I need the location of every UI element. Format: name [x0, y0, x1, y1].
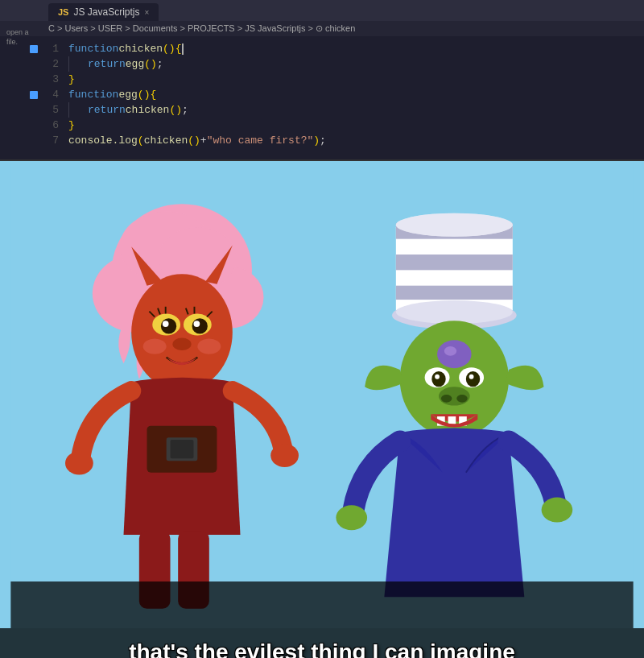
editor-tab[interactable]: JS JS JavaScriptjs × [48, 3, 159, 21]
paren-1: () [163, 41, 175, 56]
indicator-6 [28, 118, 39, 133]
svg-point-6 [131, 274, 233, 391]
svg-rect-26 [171, 440, 194, 458]
svg-point-48 [469, 375, 474, 379]
semi-3: ; [320, 133, 326, 148]
line-numbers: 1 2 3 4 5 6 7 [44, 41, 68, 148]
svg-point-14 [194, 321, 200, 327]
svg-rect-34 [396, 255, 513, 270]
fn-chicken-2: chicken [144, 133, 188, 148]
svg-point-39 [396, 300, 513, 324]
code-line-1: function chicken () { [68, 41, 644, 56]
svg-point-47 [435, 375, 440, 379]
brace-close-2: } [68, 118, 75, 133]
code-line-6: } [68, 118, 644, 133]
brace-close-1: } [68, 72, 75, 87]
string-who: "who came first?" [207, 133, 314, 148]
cartoon-svg [0, 161, 644, 628]
svg-rect-35 [396, 286, 513, 300]
cartoon-section: that's the evilest thing I can imagine [0, 161, 644, 658]
code-content: function chicken () { return egg () ; [68, 41, 644, 148]
keyword-function-1: function [68, 41, 118, 56]
svg-point-53 [542, 498, 573, 523]
cartoon-container [0, 161, 644, 628]
paren-5: ( [138, 133, 144, 148]
tab-filename: JS JavaScriptjs [73, 6, 139, 18]
code-line-4: function egg () { [68, 87, 644, 102]
code-line-7: console.log ( chicken () + "who came fir… [68, 133, 644, 148]
indicator-4 [28, 87, 39, 102]
svg-point-27 [65, 452, 93, 475]
svg-rect-54 [10, 581, 633, 628]
editor-body: 1 2 3 4 5 6 7 function chicken () { [0, 36, 644, 153]
svg-point-51 [456, 395, 468, 403]
sidebar-label: open a file. [6, 28, 29, 47]
svg-point-42 [444, 346, 456, 356]
svg-point-46 [466, 371, 480, 387]
breadcrumb: C > Users > USER > Documents > PROJECTS … [0, 21, 644, 36]
code-line-2: return egg () ; [68, 56, 644, 72]
plus-op: + [200, 133, 207, 148]
paren-6: () [188, 133, 200, 148]
svg-point-52 [336, 505, 367, 530]
meme-container: open a file. JS JS JavaScriptjs × C > Us… [0, 0, 644, 658]
svg-point-12 [192, 318, 208, 333]
fn-egg-call: egg [126, 56, 144, 72]
paren-4: () [169, 102, 182, 118]
svg-point-28 [270, 444, 299, 467]
paren-3: () [138, 87, 151, 102]
code-line-5: return chicken () ; [68, 102, 644, 118]
sidebar-indicators [0, 41, 44, 148]
keyword-function-2: function [68, 87, 118, 102]
indicator-7 [28, 133, 39, 148]
svg-point-13 [163, 321, 169, 327]
fn-egg: egg [118, 87, 137, 102]
js-icon: JS [58, 7, 68, 17]
subtitle-bar: that's the evilest thing I can imagine [0, 628, 644, 658]
indent-guide-1 [68, 56, 69, 72]
editor-tabs: JS JS JavaScriptjs × [0, 0, 644, 21]
code-editor: open a file. JS JS JavaScriptjs × C > Us… [0, 0, 644, 161]
semi-2: ; [182, 102, 188, 118]
indicator-2 [28, 56, 39, 72]
tab-close-button[interactable]: × [145, 8, 150, 17]
svg-point-21 [172, 337, 191, 350]
svg-point-23 [197, 338, 221, 354]
brace-open-1: { [175, 41, 182, 56]
svg-point-37 [396, 213, 513, 237]
svg-rect-0 [10, 161, 633, 628]
svg-point-45 [431, 371, 445, 387]
fn-chicken-call: chicken [126, 102, 170, 118]
subtitle-text: that's the evilest thing I can imagine [129, 639, 515, 658]
keyword-return-1: return [88, 56, 126, 72]
brace-open-2: { [150, 87, 156, 102]
paren-2: () [144, 56, 157, 72]
indicator-1 [28, 41, 39, 56]
indent-guide-2 [68, 102, 69, 118]
svg-point-50 [441, 395, 452, 403]
svg-point-11 [161, 318, 176, 333]
svg-point-22 [143, 338, 167, 354]
indicator-3 [28, 72, 39, 87]
keyword-return-2: return [88, 102, 126, 118]
paren-7: ) [313, 133, 320, 148]
fn-chicken: chicken [118, 41, 163, 56]
code-line-3: } [68, 72, 644, 87]
console-log: console.log [68, 133, 138, 148]
indicator-5 [28, 102, 39, 118]
cursor [182, 43, 184, 55]
semi-1: ; [157, 56, 163, 72]
